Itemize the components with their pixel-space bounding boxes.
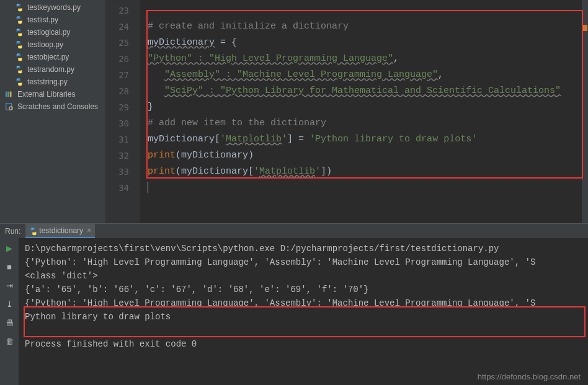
code-line[interactable]: "SciPy" : "Python Library for Mathematic…	[140, 83, 588, 99]
svg-point-1	[20, 10, 20, 11]
file-label: testrandom.py	[27, 65, 74, 74]
scratches-label: Scratches and Consoles	[17, 102, 98, 111]
file-label: testobject.py	[27, 53, 69, 61]
svg-point-19	[32, 228, 32, 228]
console-output[interactable]: D:\pycharmprojects\first\venv\Scripts\py…	[19, 238, 588, 385]
svg-point-8	[17, 54, 18, 55]
run-panel-header: Run: testdictionary ×	[0, 223, 588, 238]
run-tab[interactable]: testdictionary ×	[25, 224, 95, 238]
scratches-icon	[5, 102, 14, 111]
code-line[interactable]: # create and initialize a dictionary	[140, 19, 588, 35]
python-file-icon	[15, 28, 24, 37]
file-label: testkeywords.py	[27, 3, 81, 12]
line-number: 34	[105, 180, 140, 196]
line-gutter: 232425262728293031323334	[105, 0, 140, 223]
file-item[interactable]: testlist.py	[0, 14, 105, 26]
scratches-consoles[interactable]: Scratches and Consoles	[0, 100, 105, 113]
project-tree: testkeywords.pytestlist.pytestlogical.py…	[0, 0, 105, 223]
watermark: https://defonds.blog.csdn.net	[478, 372, 581, 381]
svg-point-20	[35, 233, 35, 234]
svg-point-2	[17, 17, 18, 17]
code-line[interactable]	[140, 180, 588, 196]
file-label: testlist.py	[27, 15, 58, 24]
line-number: 24	[105, 19, 140, 35]
python-file-icon	[15, 77, 24, 86]
svg-point-4	[17, 29, 18, 30]
external-libs-label: External Libraries	[17, 90, 75, 99]
python-icon	[29, 227, 37, 234]
code-line[interactable]: myDictionary = {	[140, 35, 588, 51]
line-number: 27	[105, 67, 140, 83]
line-number: 29	[105, 99, 140, 115]
line-number: 31	[105, 131, 140, 148]
svg-point-5	[20, 35, 20, 35]
clear-button[interactable]: 🗑	[3, 335, 16, 347]
code-area[interactable]: # create and initialize a dictionarymyDi…	[140, 0, 588, 223]
svg-rect-14	[6, 92, 7, 97]
line-number: 32	[105, 148, 140, 164]
scroll-to-end-button[interactable]: ⤓	[3, 298, 16, 310]
svg-point-13	[20, 84, 20, 85]
run-label: Run:	[0, 224, 25, 238]
svg-point-11	[20, 72, 20, 73]
code-line[interactable]: "Assembly" : "Machine Level Programming …	[140, 67, 588, 83]
file-item[interactable]: testloop.py	[0, 38, 105, 51]
python-file-icon	[15, 3, 24, 12]
svg-point-18	[9, 107, 12, 110]
svg-point-12	[17, 79, 18, 79]
code-line[interactable]: # add new item to the dictionary	[140, 115, 588, 131]
line-number: 26	[105, 51, 140, 67]
svg-point-6	[17, 42, 18, 42]
console-line: <class 'dict'>	[25, 269, 582, 283]
library-icon	[5, 90, 14, 99]
svg-point-10	[17, 66, 18, 67]
python-file-icon	[15, 53, 24, 61]
line-number: 23	[105, 2, 140, 19]
svg-rect-15	[7, 92, 9, 97]
file-item[interactable]: teststring.py	[0, 76, 105, 88]
toggle-softwrap-button[interactable]: ⇥	[3, 279, 16, 291]
code-line[interactable]: "Python" : "High Level Programming Langu…	[140, 51, 588, 67]
file-label: testlogical.py	[27, 28, 70, 37]
file-label: teststring.py	[27, 77, 68, 86]
file-item[interactable]: testlogical.py	[0, 26, 105, 38]
file-label: testloop.py	[27, 40, 63, 49]
svg-point-0	[17, 4, 18, 5]
line-number: 25	[105, 35, 140, 51]
svg-point-9	[20, 60, 20, 60]
file-item[interactable]: testkeywords.py	[0, 1, 105, 14]
console-line: Python library to draw plots	[25, 310, 582, 324]
python-file-icon	[15, 65, 24, 74]
print-button[interactable]: 🖶	[3, 316, 16, 329]
console-line: {'a': '65', 'b': '66', 'c': '67', 'd': '…	[25, 283, 582, 296]
editor-scrollbar[interactable]	[582, 0, 588, 223]
file-item[interactable]: testobject.py	[0, 51, 105, 63]
code-editor[interactable]: 232425262728293031323334 # create and in…	[105, 0, 588, 223]
python-file-icon	[15, 15, 24, 24]
line-number: 28	[105, 83, 140, 99]
code-line[interactable]: }	[140, 99, 588, 115]
code-line[interactable]: print(myDictionary['Matplotlib'])	[140, 164, 588, 180]
console-line: {'Python': 'High Level Programming Langu…	[25, 296, 582, 310]
close-icon[interactable]: ×	[87, 226, 91, 235]
line-number: 33	[105, 164, 140, 180]
console-line: D:\pycharmprojects\first\venv\Scripts\py…	[25, 242, 582, 255]
python-file-icon	[15, 40, 24, 49]
console-line: {'Python': 'High Level Programming Langu…	[25, 255, 582, 269]
console-line	[25, 324, 582, 337]
svg-point-7	[20, 47, 20, 48]
stop-button[interactable]: ■	[3, 260, 16, 273]
code-line[interactable]	[140, 2, 588, 19]
run-tab-label: testdictionary	[39, 226, 83, 235]
rerun-button[interactable]: ▶	[3, 242, 16, 254]
file-item[interactable]: testrandom.py	[0, 63, 105, 76]
console-toolbar: ▶ ■ ⇥ ⤓ 🖶 🗑	[0, 238, 19, 385]
code-line[interactable]: print(myDictionary)	[140, 148, 588, 164]
console-line: Process finished with exit code 0	[25, 337, 582, 351]
svg-rect-16	[10, 92, 12, 97]
svg-point-3	[20, 22, 20, 23]
run-console: ▶ ■ ⇥ ⤓ 🖶 🗑 D:\pycharmprojects\first\ven…	[0, 238, 588, 385]
external-libraries[interactable]: External Libraries	[0, 88, 105, 100]
line-number: 30	[105, 115, 140, 131]
code-line[interactable]: myDictionary['Matplotlib'] = 'Python lib…	[140, 131, 588, 148]
